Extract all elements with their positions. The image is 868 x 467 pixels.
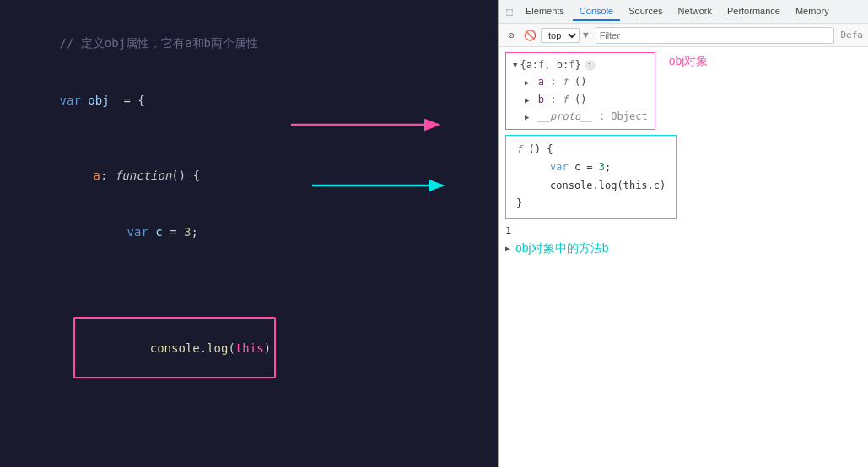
devtools-panel: ⬚ Elements Console Sources Network Perfo…	[498, 0, 868, 467]
code-editor: // 定义obj属性，它有a和b两个属性 var obj = { a: func…	[0, 0, 498, 467]
obj-child-a: ▶ a : f ()	[513, 73, 648, 90]
block-icon[interactable]: ⊘	[504, 28, 519, 43]
func-line1: f () {	[516, 141, 666, 159]
code-line-console-this: console.log(this)	[17, 279, 481, 416]
obj-label: obj对象	[655, 52, 709, 69]
devtools-content: ▼ {a: f , b: f } i ▶ a : f ()	[499, 47, 868, 467]
code-line-a-fn: a: function() {	[17, 148, 481, 204]
func-box: f () { var c = 3; console.log(this.c) }	[505, 135, 677, 219]
func-line2: var c = 3;	[516, 158, 666, 177]
info-icon[interactable]: i	[585, 60, 596, 71]
tab-sources[interactable]: Sources	[622, 3, 669, 21]
tab-memory[interactable]: Memory	[789, 3, 836, 21]
obj-root-line: ▼ {a: f , b: f } i	[513, 56, 648, 73]
filter-icon[interactable]: 🚫	[522, 28, 537, 43]
code-line-blank2	[17, 260, 481, 279]
console-number-line: 1	[499, 223, 868, 239]
code-line-var-obj: var obj = {	[17, 72, 481, 128]
func-line4: }	[516, 195, 666, 213]
code-line-blank3	[17, 416, 481, 435]
tab-performance[interactable]: Performance	[720, 3, 787, 21]
code-line-comment: // 定义obj属性，它有a和b两个属性	[17, 15, 481, 72]
filter-input[interactable]	[596, 27, 834, 44]
cursor-icon[interactable]: ⬚	[502, 4, 517, 19]
context-select[interactable]: top	[541, 28, 580, 43]
obj-child-b: ▶ b : f ()	[513, 91, 648, 108]
obj-comma: , b:	[544, 56, 569, 73]
console-arrow-icon: ▶	[505, 244, 510, 253]
console-output-line: ▶ obj对象中的方法b	[499, 239, 868, 259]
obj-tree-container: ▼ {a: f , b: f } i ▶ a : f ()	[505, 52, 655, 130]
console-number: 1	[505, 225, 522, 237]
code-line-blank1	[17, 128, 481, 147]
tab-network[interactable]: Network	[671, 3, 719, 21]
code-line-console-this-b: console.log(this.b)	[17, 436, 481, 467]
obj-root-text: {a:	[520, 56, 538, 73]
obj-f-b: f	[569, 56, 574, 73]
func-output-section: f () { var c = 3; console.log(this.c) }	[499, 132, 868, 223]
devtools-tabbar: ⬚ Elements Console Sources Network Perfo…	[499, 0, 868, 24]
obj-f-a: f	[538, 56, 544, 73]
tab-elements[interactable]: Elements	[519, 3, 571, 21]
obj-close: }	[574, 56, 580, 73]
obj-proto: ▶ __proto__ : Object	[513, 108, 648, 125]
devtools-toolbar: ⊘ 🚫 top ▼ Defa	[499, 24, 868, 47]
code-line-var-c: var c = 3;	[17, 204, 481, 260]
default-label: Defa	[841, 30, 864, 40]
tab-console[interactable]: Console	[573, 3, 620, 21]
obj-b-label: obj对象中的方法b	[515, 241, 608, 256]
obj-tree-box: ▼ {a: f , b: f } i ▶ a : f ()	[505, 52, 655, 130]
obj-output-section: ▼ {a: f , b: f } i ▶ a : f ()	[499, 47, 868, 132]
expand-triangle[interactable]: ▼	[513, 59, 517, 72]
func-line3: console.log(this.c)	[516, 177, 666, 196]
